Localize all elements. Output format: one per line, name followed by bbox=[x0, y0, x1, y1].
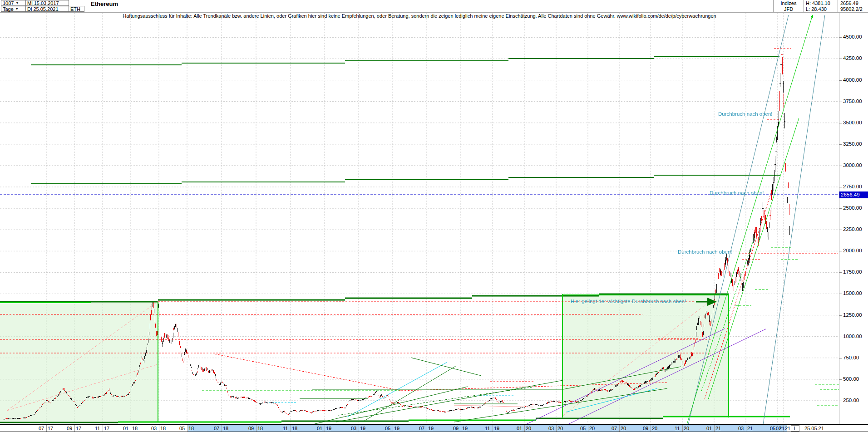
date-axis-label: 18 bbox=[160, 426, 166, 431]
header-bar: 1087 ▼ Mi 15.03.2017 Tage ▼ Di 25.05.202… bbox=[0, 0, 868, 13]
date-axis-label: 01 bbox=[706, 426, 712, 431]
end-date-field[interactable]: Di 25.05.2021 bbox=[25, 6, 69, 12]
date-axis-label: 18 bbox=[292, 426, 297, 431]
date-axis-label: 03 bbox=[738, 426, 744, 431]
trendline-layer bbox=[0, 0, 868, 432]
date-axis-label: 21 bbox=[715, 426, 721, 431]
date-axis-label: 03 bbox=[151, 426, 157, 431]
symbol-value: ETH bbox=[70, 6, 80, 12]
breakout-annotation: Durchbruch nach oben! bbox=[710, 190, 764, 196]
last-bar-marker: L bbox=[791, 425, 799, 432]
date-axis-label: 05 bbox=[770, 426, 775, 431]
taipan-chart-window: Haftungsausschluss für Inhalte: Alle Tre… bbox=[0, 0, 868, 432]
date-axis-label: 05 bbox=[179, 426, 185, 431]
date-axis-label: 01 bbox=[123, 426, 128, 431]
date-axis-label: 17 bbox=[76, 426, 81, 431]
bars-count-dropdown[interactable]: 1087 ▼ bbox=[1, 0, 26, 6]
date-axis-label: 20 bbox=[684, 426, 689, 431]
date-axis-label: 01 bbox=[317, 426, 322, 431]
date-axis-label: 11 bbox=[95, 426, 100, 431]
date-axis-label: 09 bbox=[248, 426, 254, 431]
timeframe-value: Tage bbox=[3, 6, 14, 12]
date-axis-label: 07 bbox=[776, 426, 781, 431]
last-date-label: 25.05.21 bbox=[804, 426, 824, 431]
date-axis-label: 05 bbox=[580, 426, 586, 431]
chart-area: Haftungsausschluss für Inhalte: Alle Tre… bbox=[0, 0, 868, 432]
chevron-down-icon: ▼ bbox=[15, 1, 19, 5]
date-axis-label: 03 bbox=[351, 426, 356, 431]
date-axis-label: 19 bbox=[462, 426, 468, 431]
date-axis-label: 20 bbox=[557, 426, 563, 431]
date-axis-label: 20 bbox=[621, 426, 626, 431]
date-axis-label: 19 bbox=[394, 426, 399, 431]
high-label: H: 4381.10 bbox=[806, 0, 830, 6]
start-date-value: Mi 15.03.2017 bbox=[27, 0, 59, 6]
date-axis-label: 20 bbox=[589, 426, 595, 431]
date-axis-label: 09 bbox=[643, 426, 648, 431]
end-date-value: Di 25.05.2021 bbox=[27, 6, 59, 12]
date-axis-label: 17 bbox=[48, 426, 53, 431]
chevron-down-icon: ▼ bbox=[15, 7, 19, 10]
last-price-label: 2656.49 bbox=[840, 0, 858, 6]
date-axis-label: 03 bbox=[548, 426, 554, 431]
date-axis-label: 18 bbox=[132, 426, 138, 431]
volume-label: 95802.2/2 bbox=[840, 6, 863, 12]
date-axis-label: 19 bbox=[428, 426, 434, 431]
breakout-annotation: Durchbruch nach oben! bbox=[678, 249, 732, 255]
start-date-field[interactable]: Mi 15.03.2017 bbox=[25, 0, 69, 6]
date-axis[interactable]: 0717091711170118031805180718091811180119… bbox=[0, 424, 868, 432]
date-axis-label: 11 bbox=[485, 426, 490, 431]
bars-count-value: 1087 bbox=[3, 0, 14, 6]
symbol-field[interactable]: ETH bbox=[69, 6, 84, 12]
date-axis-label: 21 bbox=[747, 426, 753, 431]
timeframe-dropdown[interactable]: Tage ▼ bbox=[1, 6, 26, 12]
low-label: L: 28.430 bbox=[806, 6, 827, 12]
broker-label: JFD bbox=[775, 6, 802, 12]
date-axis-label: 19 bbox=[326, 426, 331, 431]
date-axis-label: 11 bbox=[283, 426, 288, 431]
date-axis-label: 19 bbox=[360, 426, 365, 431]
date-axis-label: 19 bbox=[494, 426, 499, 431]
page-title: Ethereum bbox=[91, 0, 118, 7]
date-axis-label: 07 bbox=[39, 426, 44, 431]
date-axis-label: 18 bbox=[223, 426, 228, 431]
date-axis-label: 09 bbox=[453, 426, 459, 431]
breakout-annotation: Durchbruch nach oben! bbox=[718, 111, 773, 117]
date-axis-label: 07 bbox=[612, 426, 617, 431]
date-axis-label: 09 bbox=[67, 426, 72, 431]
date-axis-label: 07 bbox=[214, 426, 219, 431]
date-axis-label: 20 bbox=[652, 426, 657, 431]
date-axis-label: 18 bbox=[257, 426, 263, 431]
date-axis-label: 07 bbox=[419, 426, 424, 431]
date-axis-label: 18 bbox=[188, 426, 194, 431]
group-label: Indizes bbox=[775, 0, 802, 6]
date-axis-label: 17 bbox=[104, 426, 109, 431]
date-axis-label: 21 bbox=[785, 426, 790, 431]
date-axis-label: 01 bbox=[517, 426, 522, 431]
date-axis-label: 20 bbox=[526, 426, 531, 431]
breakout-annotation: Hier gelingt der wichtigste Durchbruch n… bbox=[571, 299, 686, 304]
date-axis-label: 11 bbox=[675, 426, 680, 431]
date-axis-label: 05 bbox=[385, 426, 390, 431]
